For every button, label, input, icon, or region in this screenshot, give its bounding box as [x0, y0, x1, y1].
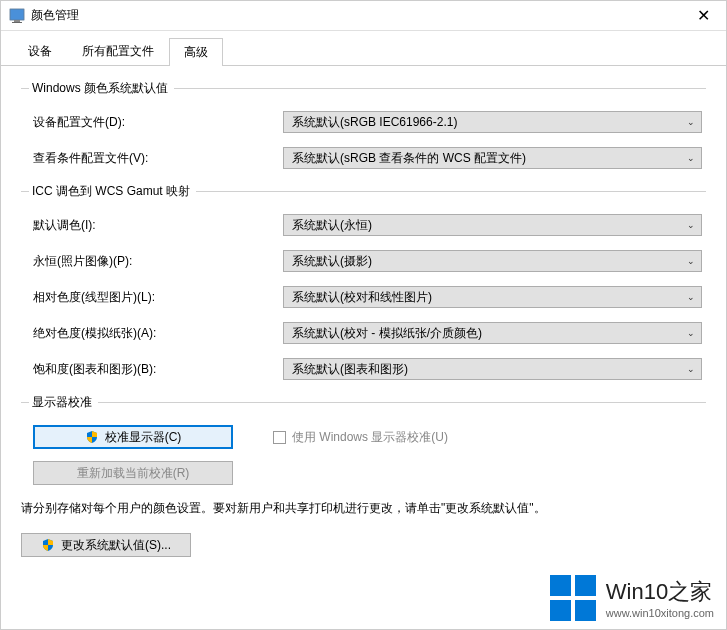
chevron-down-icon: ⌄ — [687, 328, 695, 338]
checkbox-icon — [273, 431, 286, 444]
svg-rect-3 — [12, 22, 22, 23]
svg-rect-0 — [10, 9, 24, 20]
close-icon: ✕ — [697, 6, 710, 25]
tab-advanced[interactable]: 高级 — [169, 38, 223, 66]
windows-logo-icon — [550, 575, 596, 621]
group-gamut-legend: ICC 调色到 WCS Gamut 映射 — [29, 183, 196, 200]
default-intent-label: 默认调色(I): — [33, 217, 283, 234]
chevron-down-icon: ⌄ — [687, 292, 695, 302]
content-area: Windows 颜色系统默认值 设备配置文件(D): 系统默认(sRGB IEC… — [1, 66, 726, 565]
calibrate-button-label: 校准显示器(C) — [105, 429, 182, 446]
perceptual-select[interactable]: 系统默认(摄影) ⌄ — [283, 250, 702, 272]
perceptual-label: 永恒(照片图像)(P): — [33, 253, 283, 270]
viewing-profile-value: 系统默认(sRGB 查看条件的 WCS 配置文件) — [292, 150, 526, 167]
reload-calibration-button[interactable]: 重新加载当前校准(R) — [33, 461, 233, 485]
group-icc-gamut: ICC 调色到 WCS Gamut 映射 默认调色(I): 系统默认(永恒) ⌄… — [21, 183, 706, 380]
group-windows-defaults: Windows 颜色系统默认值 设备配置文件(D): 系统默认(sRGB IEC… — [21, 80, 706, 169]
group-defaults-legend: Windows 颜色系统默认值 — [29, 80, 174, 97]
device-profile-select[interactable]: 系统默认(sRGB IEC61966-2.1) ⌄ — [283, 111, 702, 133]
chevron-down-icon: ⌄ — [687, 364, 695, 374]
watermark-title: Win10之家 — [606, 577, 714, 607]
absolute-value: 系统默认(校对 - 模拟纸张/介质颜色) — [292, 325, 482, 342]
shield-icon — [85, 430, 99, 444]
close-button[interactable]: ✕ — [681, 1, 726, 31]
relative-select[interactable]: 系统默认(校对和线性图片) ⌄ — [283, 286, 702, 308]
saturation-select[interactable]: 系统默认(图表和图形) ⌄ — [283, 358, 702, 380]
tab-devices[interactable]: 设备 — [13, 37, 67, 65]
device-profile-label: 设备配置文件(D): — [33, 114, 283, 131]
change-system-defaults-button[interactable]: 更改系统默认值(S)... — [21, 533, 191, 557]
change-defaults-label: 更改系统默认值(S)... — [61, 537, 171, 554]
chevron-down-icon: ⌄ — [687, 256, 695, 266]
shield-icon — [41, 538, 55, 552]
default-intent-value: 系统默认(永恒) — [292, 217, 372, 234]
device-profile-value: 系统默认(sRGB IEC61966-2.1) — [292, 114, 457, 131]
relative-label: 相对色度(线型图片)(L): — [33, 289, 283, 306]
reload-button-label: 重新加载当前校准(R) — [77, 465, 190, 482]
default-intent-select[interactable]: 系统默认(永恒) ⌄ — [283, 214, 702, 236]
group-calibration: 显示器校准 校准显示器(C) 使用 Windows 显示器校准(U) — [21, 394, 706, 485]
perceptual-value: 系统默认(摄影) — [292, 253, 372, 270]
chevron-down-icon: ⌄ — [687, 153, 695, 163]
svg-rect-2 — [14, 20, 20, 22]
checkbox-label: 使用 Windows 显示器校准(U) — [292, 429, 448, 446]
saturation-label: 饱和度(图表和图形)(B): — [33, 361, 283, 378]
window-title: 颜色管理 — [31, 7, 681, 24]
color-management-icon — [9, 8, 25, 24]
absolute-select[interactable]: 系统默认(校对 - 模拟纸张/介质颜色) ⌄ — [283, 322, 702, 344]
hint-text: 请分别存储对每个用户的颜色设置。要对新用户和共享打印机进行更改，请单击"更改系统… — [21, 499, 706, 517]
viewing-profile-label: 查看条件配置文件(V): — [33, 150, 283, 167]
viewing-profile-select[interactable]: 系统默认(sRGB 查看条件的 WCS 配置文件) ⌄ — [283, 147, 702, 169]
saturation-value: 系统默认(图表和图形) — [292, 361, 408, 378]
tab-bar: 设备 所有配置文件 高级 — [1, 31, 726, 66]
group-calibration-legend: 显示器校准 — [29, 394, 98, 411]
chevron-down-icon: ⌄ — [687, 117, 695, 127]
relative-value: 系统默认(校对和线性图片) — [292, 289, 432, 306]
chevron-down-icon: ⌄ — [687, 220, 695, 230]
titlebar: 颜色管理 ✕ — [1, 1, 726, 31]
use-windows-calibration-checkbox[interactable]: 使用 Windows 显示器校准(U) — [273, 429, 448, 446]
calibrate-display-button[interactable]: 校准显示器(C) — [33, 425, 233, 449]
watermark-url: www.win10xitong.com — [606, 607, 714, 619]
watermark: Win10之家 www.win10xitong.com — [550, 575, 714, 621]
tab-all-profiles[interactable]: 所有配置文件 — [67, 37, 169, 65]
absolute-label: 绝对色度(模拟纸张)(A): — [33, 325, 283, 342]
